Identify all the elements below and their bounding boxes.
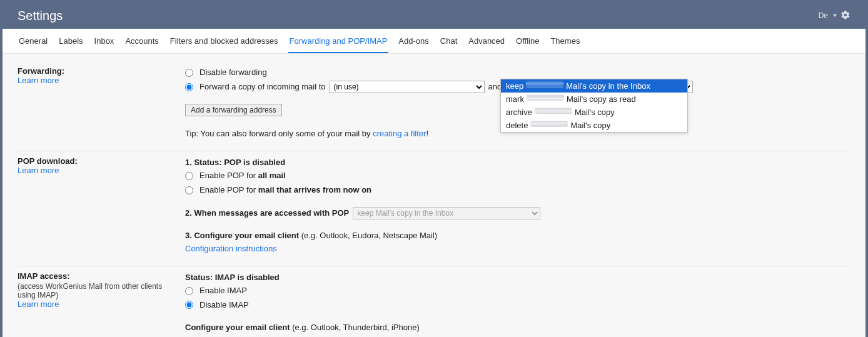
radio-forward-copy[interactable] [185,83,193,91]
forward-copy-label: Forward a copy of incoming mail to [199,81,326,94]
opt1-suffix: Mail's copy in the Inbox [566,81,650,91]
opt3-suffix: Mail's copy [575,108,615,117]
add-forwarding-address-button[interactable]: Add a forwarding address [185,104,282,116]
imap-config-instructions-link[interactable]: Configuration instructions [185,334,850,337]
enable-pop-now-prefix: Enable POP for [199,185,258,194]
redacted-icon [535,108,572,114]
pop-step3-suffix: (e.g. Outlook, Eudora, Netscape Mail) [301,231,438,240]
forward-address-select[interactable]: (in use) [330,81,485,93]
imap-status-prefix: Status: [185,273,215,282]
enable-pop-all-prefix: Enable POP for [199,171,258,180]
dropdown-option-keep-inbox[interactable]: keep Mail's copy in the Inbox [501,79,687,93]
redacted-icon [526,81,563,88]
enable-pop-now-bold: mail that arrives from now on [258,185,371,194]
opt4-prefix: delete [506,121,528,130]
pop-config-instructions-link[interactable]: Configuration instructions [185,243,850,256]
section-forwarding: Forwarding: Learn more Disable forwardin… [18,61,850,151]
imap-title: IMAP access: [18,271,175,281]
redacted-icon [527,94,564,101]
pop-learn-more[interactable]: Learn more [18,166,175,175]
user-prefix[interactable]: De [819,11,828,20]
tab-themes[interactable]: Themes [549,29,581,53]
section-pop: POP download: Learn more 1. Status: POP … [18,151,850,266]
imap-learn-more[interactable]: Learn more [18,299,175,309]
section-imap: IMAP access: (access WorkGenius Mail fro… [18,266,850,337]
imap-config-prefix: Configure your email client [185,323,292,332]
header-bar: Settings De [3,3,865,29]
radio-enable-pop-all[interactable] [185,172,193,180]
forwarding-learn-more[interactable]: Learn more [18,76,175,85]
dropdown-option-delete[interactable]: delete Mail's copy [501,119,687,132]
tab-offline[interactable]: Offline [515,29,540,53]
radio-enable-imap[interactable] [185,287,193,295]
tab-chat[interactable]: Chat [439,29,458,53]
tab-inbox[interactable]: Inbox [93,29,116,53]
pop-title: POP download: [18,156,175,166]
opt2-suffix: Mail's copy as read [567,94,636,104]
tab-add-ons[interactable]: Add-ons [397,29,430,53]
radio-disable-imap[interactable] [185,301,193,309]
disable-imap-label: Disable IMAP [199,299,249,312]
opt3-prefix: archive [506,108,532,117]
pop-status-prefix: 1. Status: [185,158,224,167]
pop-step3-prefix: 3. Configure your email client [185,231,301,240]
opt2-prefix: mark [506,94,524,104]
enable-imap-label: Enable IMAP [199,284,247,298]
gear-icon[interactable] [840,10,850,22]
page-title: Settings [18,9,63,23]
tab-forwarding-pop-imap[interactable]: Forwarding and POP/IMAP [288,29,389,53]
tab-advanced[interactable]: Advanced [467,29,506,53]
tabs-bar: General Labels Inbox Accounts Filters an… [3,29,865,54]
dropdown-option-archive[interactable]: archive Mail's copy [501,106,687,119]
tab-filters[interactable]: Filters and blocked addresses [169,29,280,53]
forwarding-title: Forwarding: [18,66,175,76]
disable-forwarding-label: Disable forwarding [199,66,267,79]
radio-enable-pop-now[interactable] [185,186,193,194]
opt4-suffix: Mail's copy [570,121,610,130]
tip-prefix: Tip: You can also forward only some of y… [185,129,373,138]
creating-a-filter-link[interactable]: creating a filter [373,129,426,138]
opt1-prefix: keep [506,81,523,91]
tip-suffix: ! [426,129,428,138]
user-menu-caret-icon[interactable] [833,14,837,17]
imap-status-value: IMAP is disabled [215,273,280,282]
forward-action-dropdown: keep Mail's copy in the Inbox mark Mail'… [500,79,688,133]
tab-labels[interactable]: Labels [58,29,84,53]
dropdown-option-mark-read[interactable]: mark Mail's copy as read [501,93,687,106]
tab-accounts[interactable]: Accounts [124,29,159,53]
pop-action-select[interactable]: keep Mail's copy in the Inbox [353,207,540,219]
enable-pop-all-bold: all mail [258,171,286,180]
redacted-icon [530,121,568,127]
imap-desc: (access WorkGenius Mail from other clien… [18,282,175,299]
imap-config-suffix: (e.g. Outlook, Thunderbird, iPhone) [292,323,420,332]
tab-general[interactable]: General [18,29,49,53]
radio-disable-forwarding[interactable] [185,69,193,77]
pop-step2-label: 2. When messages are accessed with POP [185,207,349,220]
pop-status-value: POP is disabled [224,158,285,167]
